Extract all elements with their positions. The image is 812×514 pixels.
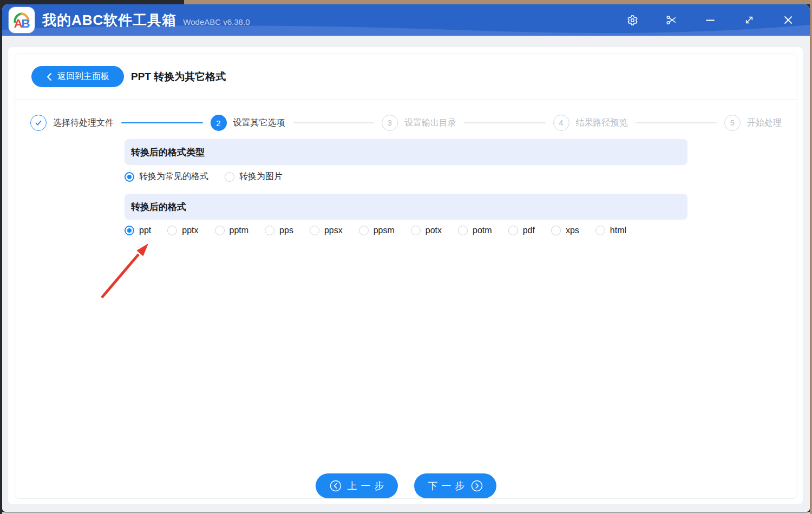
radio-unselected-icon [551,226,561,235]
format-radio-group: ppt pptx pptm pps [125,226,687,235]
scissors-icon[interactable] [665,14,678,27]
step-1-label: 选择待处理文件 [53,117,114,129]
footer-actions: 上一步 下一步 [15,473,797,498]
step-4-number: 4 [553,115,569,131]
step-5-start: 5 开始处理 [724,115,782,131]
step-5-label: 开始处理 [747,117,782,129]
radio-format-pptm[interactable]: pptm [215,226,249,235]
step-connector [293,122,375,123]
content-panel: 返回到主面板 PPT 转换为其它格式 选择待处理文件 2 设置其 [15,54,797,499]
radio-unselected-icon [595,226,605,235]
radio-common-format[interactable]: 转换为常见的格式 [125,171,208,182]
desktop-edge-right [810,0,812,514]
resize-expand-icon[interactable] [743,14,756,27]
radio-unselected-icon [411,226,421,235]
page-title: PPT 转换为其它格式 [131,70,226,84]
format-type-radio-group: 转换为常见的格式 转换为图片 [125,171,687,182]
radio-format-pptx[interactable]: pptx [167,226,198,235]
radio-format-pps[interactable]: pps [265,226,293,235]
radio-format-ppsm[interactable]: ppsm [359,226,395,235]
app-logo: A B [9,7,35,33]
step-connector [464,122,546,123]
section-format-type-header: 转换后的格式类型 [125,139,687,165]
app-window: A B 我的ABC软件工具箱 WodeABC v6.38.0 [2,4,810,512]
radio-unselected-icon [225,172,234,182]
step-1-select-files: 选择待处理文件 [30,115,114,131]
previous-step-button[interactable]: 上一步 [316,473,398,498]
radio-unselected-icon [265,226,274,235]
step-4-path-preview: 4 结果路径预览 [553,115,628,131]
step-connector-active [121,122,203,123]
step-1-check-circle [30,115,47,131]
step-2-number: 2 [211,115,227,131]
options-content: 转换后的格式类型 转换为常见的格式 转换为图片 转换后的格式 [125,139,687,235]
circle-chevron-right-icon [471,480,483,492]
circle-chevron-left-icon [330,480,342,492]
radio-format-ppt[interactable]: ppt [125,226,151,235]
desktop-edge-top [184,0,810,4]
step-4-label: 结果路径预览 [576,117,628,129]
section-format-type-title: 转换后的格式类型 [131,146,205,159]
desktop-edge-bottom [2,512,810,514]
app-title: 我的ABC软件工具箱 [42,11,176,30]
panel-header: 返回到主面板 PPT 转换为其它格式 [15,54,797,100]
radio-format-ppsx[interactable]: ppsx [310,226,343,235]
step-2-options: 2 设置其它选项 [211,115,285,131]
abc-logo-icon: A B [11,9,32,31]
close-icon[interactable] [782,14,795,27]
check-icon [34,118,43,128]
back-to-dashboard-button[interactable]: 返回到主面板 [31,66,124,87]
radio-unselected-icon [310,226,319,235]
titlebar-actions [626,14,799,27]
radio-format-potx[interactable]: potx [411,226,442,235]
back-button-label: 返回到主面板 [57,71,109,82]
step-indicator: 选择待处理文件 2 设置其它选项 3 设置输出目录 4 结果路径预览 [15,100,797,131]
radio-selected-icon [125,226,134,235]
section-format-header: 转换后的格式 [125,194,687,220]
radio-unselected-icon [215,226,225,235]
next-step-button[interactable]: 下一步 [414,473,496,498]
radio-unselected-icon [167,226,177,235]
radio-format-html[interactable]: html [595,226,626,235]
main-card: 返回到主面板 PPT 转换为其它格式 选择待处理文件 2 设置其 [8,47,803,504]
radio-format-xps[interactable]: xps [551,226,579,235]
step-5-number: 5 [724,115,741,131]
svg-text:B: B [21,17,30,30]
step-3-number: 3 [382,115,398,131]
settings-gear-icon[interactable] [626,14,639,27]
radio-selected-icon [125,172,134,182]
radio-unselected-icon [458,226,468,235]
step-connector [636,122,717,123]
step-2-label: 设置其它选项 [233,117,285,129]
section-format-title: 转换后的格式 [131,201,186,213]
radio-unselected-icon [359,226,369,235]
radio-to-image[interactable]: 转换为图片 [225,171,283,182]
radio-unselected-icon [508,226,518,235]
titlebar: A B 我的ABC软件工具箱 WodeABC v6.38.0 [2,4,810,36]
radio-format-potm[interactable]: potm [458,226,492,235]
minimize-icon[interactable] [704,14,717,27]
step-3-label: 设置输出目录 [404,117,456,129]
radio-format-pdf[interactable]: pdf [508,226,535,235]
app-version: WodeABC v6.38.0 [183,17,250,27]
chevron-left-icon [46,73,52,81]
step-3-output-dir: 3 设置输出目录 [382,115,456,131]
